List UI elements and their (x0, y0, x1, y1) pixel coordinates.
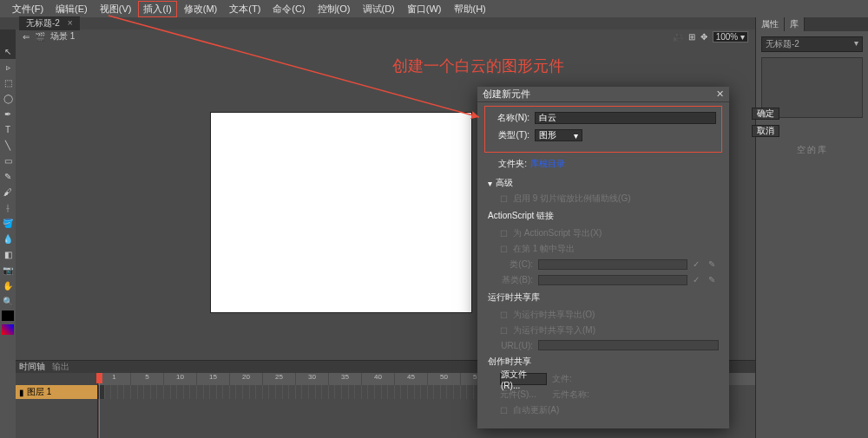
menu-item[interactable]: 插入(I) (138, 1, 176, 17)
folder-link[interactable]: 库根目录 (530, 158, 565, 170)
menu-bar: 文件(F)编辑(E)视图(V)插入(I)修改(M)文本(T)命令(C)控制(O)… (0, 0, 868, 17)
name-input[interactable] (535, 112, 716, 124)
pen-tool[interactable]: ✒ (0, 106, 16, 121)
zoom-select[interactable]: 100% ▾ (713, 31, 748, 42)
pencil-tool[interactable]: ✎ (0, 168, 16, 184)
checkbox-icon: ☐ (500, 311, 508, 320)
checkbox-icon: ☐ (500, 406, 508, 415)
checkbox-icon: ☐ (500, 229, 508, 239)
tab-library[interactable]: 库 (785, 17, 805, 31)
layer-list: ▮ 图层 1 (16, 373, 98, 438)
pencil-icon: ✎ (708, 275, 719, 285)
menu-item[interactable]: 文本(T) (224, 1, 266, 17)
zoom-tool[interactable]: 🔍 (0, 293, 16, 309)
bucket-tool[interactable]: 🪣 (0, 215, 16, 231)
menu-item[interactable]: 帮助(H) (449, 1, 491, 17)
brush-tool[interactable]: 🖌 (0, 184, 16, 199)
hand-tool[interactable]: ✋ (0, 278, 16, 293)
create-symbol-dialog: 创建新元件 ✕ 名称(N): 类型(T): 图形 ▾ 文件夹: 库根目录 ▾ 高… (477, 87, 729, 428)
ok-button[interactable]: 确定 (752, 108, 779, 120)
checkbox-icon: ☐ (500, 326, 508, 336)
rect-tool[interactable]: ▭ (0, 153, 16, 168)
menu-item[interactable]: 修改(M) (179, 1, 223, 17)
library-empty-text: 空的库 (761, 144, 863, 156)
checkbox-icon: ☐ (500, 194, 508, 204)
dropper-tool[interactable]: 💧 (0, 231, 16, 246)
chevron-down-icon[interactable]: ▾ (854, 38, 858, 50)
close-icon[interactable]: ✕ (716, 88, 724, 100)
advanced-toggle[interactable]: ▾ 高级 (488, 177, 719, 189)
pencil-icon: ✎ (708, 259, 719, 270)
name-label: 名称(N): (490, 112, 529, 124)
checkbox-icon: ☐ (500, 245, 508, 254)
type-label: 类型(T): (490, 129, 529, 141)
chevron-down-icon: ▾ (574, 131, 578, 141)
bone-tool[interactable]: ⟊ (0, 199, 16, 215)
stroke-swatch[interactable] (2, 311, 14, 321)
layer-header (16, 373, 97, 385)
document-tab-label: 无标题-2 (26, 18, 60, 28)
layer-name: 图层 1 (27, 386, 51, 398)
folder-label: 文件夹: (488, 158, 527, 170)
fit-icon[interactable]: ⊞ (688, 32, 695, 42)
eraser-tool[interactable]: ◧ (0, 246, 16, 262)
selection-tool[interactable]: ↖ (0, 43, 16, 59)
cancel-button[interactable]: 取消 (752, 125, 779, 137)
base-input (538, 275, 687, 285)
class-input (538, 259, 687, 270)
scene-icon: 🎬 (35, 32, 45, 42)
text-tool[interactable]: T (0, 121, 16, 137)
document-tab-bar: 无标题-2 × (0, 17, 868, 29)
url-input (538, 340, 719, 350)
library-doc: 无标题-2 (766, 38, 799, 50)
menu-item[interactable]: 视图(V) (95, 1, 137, 17)
layer-icon: ▮ (19, 388, 24, 397)
annotation-text: 创建一个白云的图形元件 (392, 56, 564, 76)
check-icon: ✓ (693, 275, 703, 285)
lasso-tool[interactable]: ◯ (0, 90, 16, 106)
right-panel: 属性 库 无标题-2 ▾ 空的库 (755, 17, 868, 438)
fill-swatch[interactable] (2, 324, 14, 335)
close-icon[interactable]: × (68, 18, 73, 28)
menu-item[interactable]: 控制(O) (312, 1, 356, 17)
tab-properties[interactable]: 属性 (756, 17, 785, 31)
scene-label: 场景 1 (50, 30, 75, 42)
scene-bar: ⇐ 🎬 场景 1 🎥 ⊞ ✥ 100% ▾ (16, 29, 755, 43)
free-transform-tool[interactable]: ⬚ (0, 75, 16, 90)
chevron-down-icon: ▾ (488, 179, 492, 188)
menu-item[interactable]: 调试(D) (358, 1, 400, 17)
output-tab[interactable]: 输出 (52, 361, 69, 373)
back-icon[interactable]: ⇐ (23, 32, 30, 42)
runtime-share-label: 运行时共享库 (488, 291, 719, 304)
dialog-title: 创建新元件 (483, 88, 530, 101)
source-file-button[interactable]: 源文件(R)... (500, 373, 547, 385)
camera-icon[interactable]: 🎥 (673, 32, 683, 42)
document-tab[interactable]: 无标题-2 × (19, 16, 80, 30)
layer-row[interactable]: ▮ 图层 1 (16, 385, 97, 399)
line-tool[interactable]: ╲ (0, 137, 16, 153)
camera-tool[interactable]: 📷 (0, 262, 16, 278)
menu-item[interactable]: 文件(F) (7, 1, 49, 17)
timeline-tab[interactable]: 时间轴 (19, 361, 45, 373)
subselect-tool[interactable]: ▹ (0, 59, 16, 75)
center-icon[interactable]: ✥ (700, 32, 707, 42)
type-select[interactable]: 图形 ▾ (535, 129, 582, 141)
menu-item[interactable]: 命令(C) (267, 1, 310, 17)
as-linkage-label: ActionScript 链接 (488, 210, 719, 222)
menu-item[interactable]: 窗口(W) (402, 1, 447, 17)
stage[interactable] (211, 113, 471, 312)
check-icon: ✓ (693, 259, 703, 270)
tool-panel: ↖ ▹ ⬚ ◯ ✒ T ╲ ▭ ✎ 🖌 ⟊ 🪣 💧 ◧ 📷 ✋ 🔍 (0, 43, 16, 438)
playhead[interactable] (99, 373, 100, 438)
authoring-label: 创作时共享 (488, 356, 719, 368)
menu-item[interactable]: 编辑(E) (50, 1, 93, 17)
